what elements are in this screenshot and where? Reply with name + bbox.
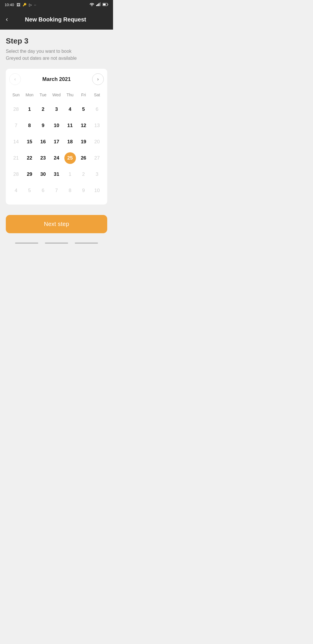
calendar-header: ‹ March 2021 › [9,73,104,85]
calendar-day-4-3[interactable]: 31 [50,166,63,182]
wifi-icon [89,2,94,7]
calendar-day-2-0: 14 [9,134,23,150]
calendar-day-0-2[interactable]: 2 [36,101,50,117]
status-bar: 10:40 🖼 🔑 ▷ ·· [0,0,113,9]
calendar-day-0-3[interactable]: 3 [50,101,63,117]
weekday-fri: Fri [77,91,90,101]
calendar-day-2-6: 20 [90,134,104,150]
prev-month-button[interactable]: ‹ [9,73,21,85]
calendar-day-5-0: 4 [9,182,23,199]
weekday-tue: Tue [36,91,50,101]
weekday-sun: Sun [9,91,23,101]
calendar-day-1-4[interactable]: 11 [63,117,77,134]
main-content: Step 3 Select the day you want to bookGr… [0,30,113,210]
calendar-week-0: 28123456 [9,101,104,117]
svg-rect-5 [108,4,108,5]
calendar-day-1-1[interactable]: 8 [23,117,37,134]
weekday-thu: Thu [63,91,77,101]
calendar-week-5: 45678910 [9,182,104,199]
calendar-day-3-2[interactable]: 23 [36,150,50,166]
nav-line-3 [75,243,98,244]
calendar-day-2-4[interactable]: 18 [63,134,77,150]
calendar-day-0-6: 6 [90,101,104,117]
calendar-week-3: 21222324252627 [9,150,104,166]
calendar-day-5-6: 10 [90,182,104,199]
calendar-day-4-4: 1 [63,166,77,182]
calendar-day-1-6: 13 [90,117,104,134]
calendar: ‹ March 2021 › Sun Mon Tue Wed Thu Fri S… [6,69,107,205]
calendar-day-3-4[interactable]: 25 [63,150,77,166]
step-title: Step 3 [6,37,107,46]
calendar-week-2: 14151617181920 [9,134,104,150]
step-subtitle: Select the day you want to bookGreyed ou… [6,48,107,62]
header-title: New Booking Request [12,16,99,23]
next-step-button[interactable]: Next step [6,215,107,233]
signal-icon [96,2,101,7]
calendar-day-1-5[interactable]: 12 [77,117,90,134]
more-icon: ·· [34,3,36,7]
calendar-day-0-4[interactable]: 4 [63,101,77,117]
calendar-day-5-4: 8 [63,182,77,199]
calendar-day-5-2: 6 [36,182,50,199]
calendar-week-4: 28293031123 [9,166,104,182]
calendar-day-1-3[interactable]: 10 [50,117,63,134]
calendar-day-2-3[interactable]: 17 [50,134,63,150]
svg-rect-1 [97,4,98,6]
svg-rect-6 [103,3,106,5]
calendar-day-3-6: 27 [90,150,104,166]
calendar-day-0-0: 28 [9,101,23,117]
calendar-day-5-5: 9 [77,182,90,199]
svg-rect-0 [96,5,97,6]
calendar-day-0-1[interactable]: 1 [23,101,37,117]
calendar-day-5-1: 5 [23,182,37,199]
calendar-day-3-1[interactable]: 22 [23,150,37,166]
status-left: 10:40 🖼 🔑 ▷ ·· [5,3,36,7]
weekday-wed: Wed [50,91,63,101]
svg-rect-3 [100,2,101,6]
next-month-button[interactable]: › [92,73,104,85]
calendar-day-3-5[interactable]: 26 [77,150,90,166]
calendar-day-3-3[interactable]: 24 [50,150,63,166]
calendar-month-label: March 2021 [42,76,71,82]
calendar-day-2-1[interactable]: 15 [23,134,37,150]
calendar-week-1: 78910111213 [9,117,104,134]
nav-line-2 [45,243,68,244]
weekday-mon: Mon [23,91,37,101]
calendar-day-4-5: 2 [77,166,90,182]
bottom-area: Next step [0,210,113,240]
calendar-weekday-headers: Sun Mon Tue Wed Thu Fri Sat [9,91,104,101]
play-icon: ▷ [29,3,32,7]
calendar-day-1-0: 7 [9,117,23,134]
calendar-day-3-0: 21 [9,150,23,166]
app-header: ‹ New Booking Request [0,9,113,30]
bottom-nav [0,240,113,247]
photo-icon: 🖼 [17,3,20,7]
calendar-day-2-2[interactable]: 16 [36,134,50,150]
calendar-day-4-0: 28 [9,166,23,182]
calendar-grid: Sun Mon Tue Wed Thu Fri Sat 281234567891… [9,91,104,199]
calendar-day-5-3: 7 [50,182,63,199]
battery-icon [103,3,108,7]
calendar-day-4-1[interactable]: 29 [23,166,37,182]
calendar-day-0-5[interactable]: 5 [77,101,90,117]
nav-line-1 [15,243,38,244]
svg-rect-2 [99,3,99,6]
status-time: 10:40 [5,3,14,7]
key-icon: 🔑 [23,3,27,7]
calendar-day-2-5[interactable]: 19 [77,134,90,150]
weekday-sat: Sat [90,91,104,101]
back-button[interactable]: ‹ [6,16,8,23]
status-right [89,2,108,7]
calendar-day-4-2[interactable]: 30 [36,166,50,182]
calendar-day-1-2[interactable]: 9 [36,117,50,134]
calendar-day-4-6: 3 [90,166,104,182]
